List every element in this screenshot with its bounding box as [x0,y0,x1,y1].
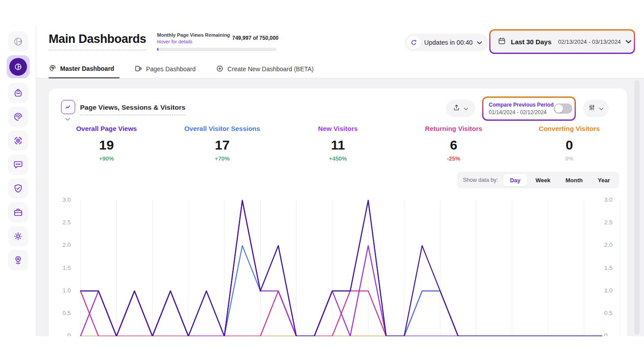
header: Main Dashboards Monthly Page Views Remai… [36,25,644,78]
plus-circle-icon [216,65,224,74]
y-axis-tick: 0.5 [55,310,71,316]
compare-text-block: Compare Previous Period 01/14/2024 - 02/… [489,102,554,115]
y-axis-tick: 2.0 [55,242,71,248]
y-axis-tick: 2.0 [604,242,620,248]
y-axis-tick: 2.5 [55,219,71,226]
y-axis-tick: 1.5 [604,265,620,271]
calendar-icon [498,37,506,47]
page-title: Main Dashboards [49,32,146,50]
sliders-icon [588,104,596,113]
sidebar-item-behavior[interactable] [8,107,28,127]
sidebar-item-locations[interactable] [8,250,28,270]
sidebar-item-dashboards[interactable] [7,55,30,78]
export-upload-icon [452,104,460,113]
content-area: Page Views, Sessions & Visitors Compare … [36,78,644,336]
date-range-label: 02/13/2024 - 03/13/2024 [558,38,621,45]
spiral-icon [49,64,57,73]
analytics-dashboard-page: Main Dashboards Monthly Page Views Remai… [0,0,644,361]
widget-card-page-views-sessions-visitors: Page Views, Sessions & Visitors Compare … [49,88,627,336]
stat-returning-visitors: Returning Visitors 6 -25% [396,125,512,162]
tab-label: Create New Dashboard (BETA) [227,65,314,73]
granularity-week[interactable]: Week [529,174,557,186]
scan-target-icon [13,135,23,146]
widget-chevron-down-icon[interactable] [65,115,70,123]
y-axis-tick: 1.0 [604,287,620,294]
y-axis-tick: 1.0 [55,287,71,294]
stat-overall-visitor-sessions: Overall Visitor Sessions 17 +70% [165,125,280,162]
show-data-by-control: Show data by: Day Week Month Year [457,172,619,188]
monthly-page-views-progressbar [157,48,276,51]
y-axis-tick: 0 [55,332,71,336]
stat-change: 0% [511,155,627,162]
map-pin-icon [13,255,23,265]
sidebar-item-communication[interactable] [8,154,28,175]
collapse-sidebar-button[interactable] [8,31,28,52]
gear-icon [13,231,23,242]
widget-chart-icon [61,100,75,114]
stat-label: Overall Visitor Sessions [165,125,280,132]
y-axis-tick: 1.5 [55,265,71,271]
y-axis-tick: 0.5 [604,310,620,316]
sidebar-item-acquisition[interactable] [8,131,28,151]
monthly-page-views-value: 749,997 of 750,000 [232,35,279,41]
stat-label: Overall Page Views [49,125,165,132]
updates-label: Updates in 00:40 [424,39,473,46]
chevron-down-icon [599,104,604,112]
stat-change: +70% [165,155,280,162]
stat-label: Converting Visitors [511,125,627,132]
collapse-sidebar-icon [13,36,23,47]
chart-settings-dropdown[interactable] [583,100,609,117]
stat-overall-page-views: Overall Page Views 19 +90% [49,125,165,162]
show-data-by-label: Show data by: [463,177,498,183]
spiral-icon [13,111,23,122]
dashboards-pie-icon [9,58,27,76]
date-preset-label: Last 30 Days [511,38,552,46]
stat-change: -25% [396,155,512,162]
chevron-down-icon [464,104,468,112]
sidebar-item-privacy[interactable] [8,178,28,199]
stat-value: 19 [49,138,165,153]
granularity-year[interactable]: Year [591,174,617,186]
tab-create-new-dashboard[interactable]: Create New Dashboard (BETA) [216,60,319,78]
stat-label: New Visitors [280,125,396,132]
briefcase-icon [13,207,23,218]
granularity-month[interactable]: Month [559,174,590,186]
stat-converting-visitors: Converting Visitors 0 0% [511,125,627,162]
y-axis-tick: 3.0 [604,196,620,203]
compare-previous-period-box: Compare Previous Period 01/14/2024 - 02/… [482,96,576,121]
pages-panel-icon [134,65,142,74]
granularity-day[interactable]: Day [503,174,527,186]
refresh-icon [407,36,420,49]
stat-new-visitors: New Visitors 11 +450% [280,125,396,162]
sidebar-item-company[interactable] [8,202,28,223]
monthly-page-views-block: Monthly Page Views Remaining Hover for d… [157,32,316,44]
y-axis-tick: 2.5 [604,219,620,226]
stat-change: +90% [49,155,165,162]
export-dropdown[interactable] [446,100,475,117]
stat-value: 17 [165,138,280,153]
bag-icon [13,88,23,98]
tab-pages-dashboard[interactable]: Pages Dashboard [134,60,201,78]
compare-range: 01/14/2024 - 02/12/2024 [489,109,554,115]
chevron-down-icon [477,38,482,46]
date-range-picker[interactable]: Last 30 Days 02/13/2024 - 03/13/2024 [489,29,635,54]
tab-label: Pages Dashboard [146,65,196,73]
widget-title: Page Views, Sessions & Visitors [80,104,185,115]
shield-check-icon [13,183,23,194]
progress-fill [157,48,158,51]
stat-label: Returning Visitors [396,125,512,132]
y-axis-tick: 3.0 [55,196,71,203]
stat-value: 11 [280,138,396,153]
dashboard-tabs: Master Dashboard Pages Dashboard Create … [49,60,319,78]
toggle-knob [555,104,563,113]
sidebar-item-visitors[interactable] [8,83,28,103]
tab-master-dashboard[interactable]: Master Dashboard [49,60,119,78]
chevron-down-icon [625,38,632,46]
updates-dropdown[interactable]: Updates in 00:40 [405,34,488,51]
kpi-stats-row: Overall Page Views 19 +90% Overall Visit… [49,125,627,162]
chat-bubble-icon [13,159,23,170]
sidebar-item-settings[interactable] [8,226,28,246]
tab-label: Master Dashboard [60,65,114,72]
vertical-scrollbar[interactable] [634,80,640,334]
compare-toggle[interactable] [554,104,572,114]
